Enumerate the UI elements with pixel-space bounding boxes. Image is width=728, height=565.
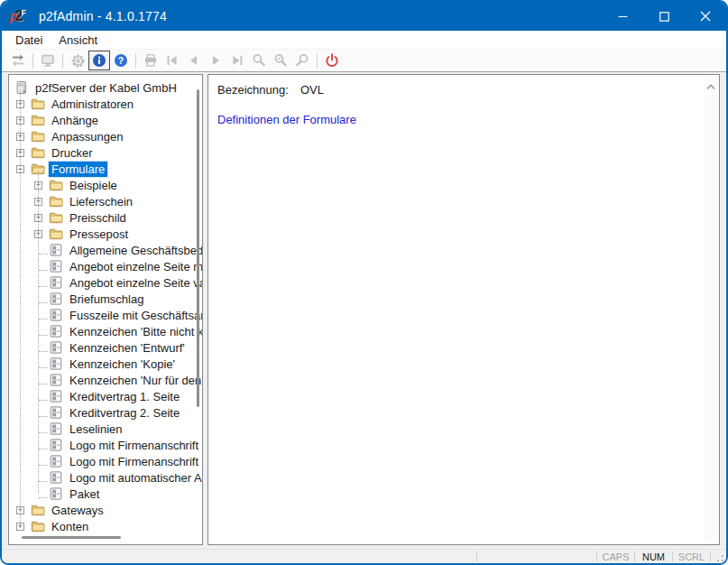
- tree-item-label: Leselinien: [67, 421, 125, 437]
- tree-connector: [39, 263, 48, 271]
- tree-item[interactable]: + Anhänge: [16, 112, 202, 128]
- tree-panel: p2fServer der Kabel GmbH + Administrator…: [8, 74, 203, 545]
- folder-icon: [49, 210, 63, 225]
- form-document-icon: [49, 324, 63, 338]
- bezeichnung-value: OVL: [300, 83, 324, 97]
- svg-text:?: ?: [118, 55, 124, 66]
- tree-item[interactable]: Kreditvertrag 1. Seite: [34, 388, 202, 404]
- tree-item[interactable]: Logo mit automatischer A: [34, 469, 202, 486]
- maximize-button[interactable]: [643, 2, 685, 31]
- tree-connector: [39, 393, 48, 401]
- info-icon: [92, 53, 106, 68]
- tree-item[interactable]: + Pressepost: [34, 226, 202, 242]
- form-document-icon: [49, 308, 63, 322]
- close-icon: [700, 11, 711, 22]
- last-record-icon: [230, 53, 244, 68]
- server-icon: [14, 80, 29, 95]
- tree-item[interactable]: + Lieferschein: [34, 193, 202, 209]
- tree-item-label: Konten: [49, 519, 91, 534]
- app-window: p2F p2fAdmin - 4.1.0.1774 Datei Ansicht: [0, 0, 728, 565]
- settings-button[interactable]: [67, 51, 88, 70]
- tree-item[interactable]: Allgemeine Geschäftsbedin: [34, 242, 202, 258]
- form-document-icon: [49, 389, 63, 403]
- tree-item[interactable]: Kennzeichen 'Kopie': [34, 356, 202, 372]
- chevron-up-icon: [706, 84, 715, 90]
- tree-item[interactable]: Kennzeichen 'Entwurf': [34, 339, 202, 356]
- previous-icon: [187, 53, 201, 68]
- close-button[interactable]: [685, 2, 726, 31]
- tree-item-label: Logo mit Firmenanschrift 1: [67, 438, 202, 453]
- formular-definitions-link[interactable]: Definitionen der Formulare: [217, 113, 696, 126]
- tree-item[interactable]: + Drucker: [16, 144, 202, 161]
- next-record-button[interactable]: [205, 51, 226, 70]
- maximize-icon: [659, 12, 669, 22]
- tree-item[interactable]: Angebot einzelne Seite var: [34, 274, 202, 291]
- tree-item-label: Gateways: [49, 503, 106, 518]
- tree-vertical-scrollbar[interactable]: [197, 89, 199, 407]
- tree-connector: [39, 295, 48, 303]
- tree-connector: [39, 490, 48, 498]
- tree-item[interactable]: Logo mit Firmenanschrift 2: [34, 453, 202, 469]
- tree-item[interactable]: Logo mit Firmenanschrift 1: [34, 437, 202, 453]
- swap-arrows-icon: [11, 53, 25, 68]
- toolbar-separator: [32, 53, 33, 69]
- tree-item[interactable]: Leselinien: [34, 421, 202, 437]
- form-document-icon: [49, 470, 63, 485]
- tree-item[interactable]: + Anpassungen: [16, 128, 202, 144]
- tree-item-label: Pressepost: [67, 227, 131, 242]
- menu-ansicht[interactable]: Ansicht: [51, 32, 106, 49]
- tree-item[interactable]: Paket: [34, 486, 202, 502]
- tree-item[interactable]: − Formulare: [16, 161, 202, 177]
- last-record-button[interactable]: [226, 51, 248, 70]
- tree-item[interactable]: + Beispiele: [34, 177, 202, 193]
- monitor-icon: [41, 53, 55, 68]
- previous-record-button[interactable]: [183, 51, 205, 70]
- menu-datei[interactable]: Datei: [7, 32, 51, 49]
- info-button[interactable]: [88, 51, 110, 70]
- tree-guide-line: [38, 171, 39, 494]
- tree-item-label: Kennzeichen 'Nur für den i: [67, 373, 202, 388]
- power-icon: [325, 53, 339, 68]
- tree-item[interactable]: Briefumschlag: [34, 291, 202, 307]
- form-document-icon: [49, 340, 63, 355]
- tree-item[interactable]: p2fServer der Kabel GmbH: [14, 79, 202, 96]
- zoom-out-button[interactable]: [291, 51, 313, 70]
- toolbar-separator: [135, 53, 136, 69]
- tree-connector: [39, 441, 48, 449]
- tree-connector: [39, 458, 48, 466]
- zoom-button[interactable]: [248, 51, 270, 70]
- tree-connector: [39, 409, 48, 417]
- tree-item[interactable]: + Administratoren: [16, 96, 202, 112]
- tree-item[interactable]: + Konten: [16, 518, 202, 534]
- tree-item[interactable]: Angebot einzelne Seite mit: [34, 258, 202, 274]
- form-document-icon: [49, 243, 63, 257]
- tree-item[interactable]: Kennzeichen 'Bitte nicht kn: [34, 323, 202, 339]
- tree-item[interactable]: + Preisschild: [34, 209, 202, 226]
- status-indicator: CAPS: [597, 551, 634, 562]
- folder-icon: [31, 97, 45, 111]
- tree-item[interactable]: Kreditvertrag 2. Seite: [34, 404, 202, 421]
- tree-item[interactable]: Fusszeile mit Geschäftsang: [34, 307, 202, 323]
- resize-grip[interactable]: [712, 551, 726, 563]
- help-button[interactable]: ?: [110, 51, 132, 70]
- tree-item[interactable]: Kennzeichen 'Nur für den i: [34, 372, 202, 388]
- tree-item-label: Beispiele: [67, 178, 120, 193]
- tree-item[interactable]: + Gateways: [16, 502, 202, 518]
- tree-connector: [39, 425, 48, 433]
- monitor-button[interactable]: [37, 51, 59, 70]
- detail-scrollbar[interactable]: [704, 76, 718, 543]
- tree-item-label: Logo mit Firmenanschrift 2: [67, 454, 202, 469]
- exit-button[interactable]: [321, 51, 343, 70]
- first-record-button[interactable]: [161, 51, 183, 70]
- titlebar[interactable]: p2F p2fAdmin - 4.1.0.1774: [2, 2, 726, 31]
- minimize-button[interactable]: [602, 2, 643, 31]
- tree-guide-line: [20, 89, 21, 526]
- print-button[interactable]: [140, 51, 161, 70]
- form-document-icon: [49, 405, 63, 420]
- zoom-select-button[interactable]: [270, 51, 291, 70]
- transfer-button[interactable]: [7, 51, 29, 70]
- form-document-icon: [49, 438, 63, 452]
- tree-horizontal-scrollbar[interactable]: [22, 536, 121, 539]
- tree-item-label: Formulare: [49, 162, 107, 177]
- tree-item-label: Anpassungen: [49, 129, 126, 144]
